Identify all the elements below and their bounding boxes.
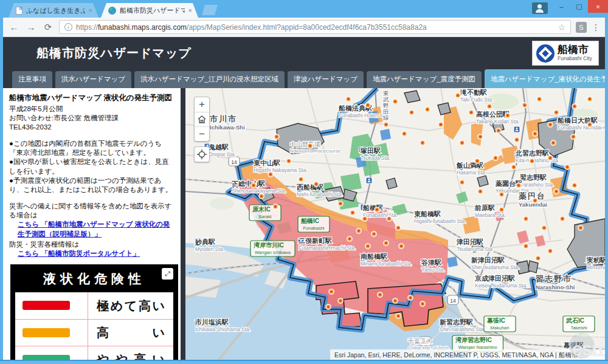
shelter-marker[interactable]	[438, 122, 443, 127]
shelter-marker[interactable]	[460, 140, 465, 145]
shelter-marker[interactable]	[409, 110, 414, 115]
home-button[interactable]	[195, 112, 209, 126]
shelter-marker[interactable]	[455, 93, 460, 98]
shelter-marker[interactable]	[387, 216, 392, 221]
menu-icon[interactable]: ⋮	[592, 22, 600, 32]
shelter-marker[interactable]	[516, 183, 521, 188]
shelter-marker[interactable]	[314, 182, 319, 187]
shelter-marker[interactable]	[396, 314, 401, 318]
shelter-marker[interactable]	[560, 216, 565, 221]
shelter-marker[interactable]	[587, 97, 592, 101]
browser-tab-2[interactable]: 船橋市防災ハザードマップ ×	[101, 3, 198, 18]
shelter-marker[interactable]	[420, 140, 425, 145]
shelter-marker[interactable]	[587, 122, 592, 127]
shelter-marker[interactable]	[268, 172, 273, 177]
shelter-marker[interactable]	[554, 189, 559, 194]
shelter-marker[interactable]	[514, 137, 519, 142]
shelter-marker[interactable]	[496, 128, 501, 133]
shelter-marker[interactable]	[572, 183, 577, 188]
shelter-marker[interactable]	[511, 165, 516, 170]
shelter-marker[interactable]	[505, 113, 510, 118]
address-bar[interactable]: i https://funabashi.maps.arcgis.com/apps…	[59, 20, 571, 34]
shelter-marker[interactable]	[329, 289, 334, 294]
profile-icon[interactable]	[532, 2, 548, 14]
shelter-marker[interactable]	[299, 177, 303, 182]
tab-close-icon[interactable]: ×	[188, 7, 192, 14]
portal-site-link[interactable]: こちら 「船橋市防災ポータルサイト」	[9, 249, 174, 258]
shelter-marker[interactable]	[384, 241, 389, 246]
minimize-button[interactable]: –	[553, 0, 570, 13]
shelter-marker[interactable]	[548, 156, 553, 160]
shelter-marker[interactable]	[393, 99, 398, 104]
shelter-marker[interactable]	[402, 131, 407, 136]
shelter-marker[interactable]	[499, 192, 504, 197]
shelter-marker[interactable]	[565, 165, 570, 170]
new-tab-button[interactable]	[202, 5, 218, 15]
hazard-tab-3[interactable]: 洪水ハザードマップ_江戸川の浸水想定区域	[134, 71, 285, 88]
shelter-marker[interactable]	[522, 103, 527, 108]
shelter-marker[interactable]	[499, 207, 504, 212]
shelter-marker[interactable]	[408, 295, 413, 300]
browser-tab-1[interactable]: ふなばし生き生きふれあいマ ×	[9, 3, 98, 18]
shelter-marker[interactable]	[308, 143, 313, 148]
shelter-marker[interactable]	[542, 225, 547, 230]
hazard-tab-2[interactable]: 洪水ハザードマップ	[55, 71, 131, 88]
forward-icon[interactable]: →	[25, 21, 37, 33]
shelter-marker[interactable]	[338, 298, 343, 303]
shelter-marker[interactable]	[375, 207, 379, 212]
shelter-marker[interactable]	[551, 140, 556, 145]
shelter-marker[interactable]	[572, 104, 577, 109]
shelter-marker[interactable]	[378, 292, 382, 297]
legend-expand-icon[interactable]: ⤢	[162, 268, 173, 280]
shelter-marker[interactable]	[259, 194, 264, 199]
shelter-marker[interactable]	[533, 131, 537, 136]
shelter-marker[interactable]	[537, 97, 542, 101]
hazard-tab-5[interactable]: 地震ハザードマップ_震度予測図	[367, 71, 482, 88]
shelter-marker[interactable]	[523, 216, 528, 221]
shelter-marker[interactable]	[356, 228, 361, 233]
shelter-marker[interactable]	[396, 225, 401, 230]
shelter-marker[interactable]	[274, 134, 279, 139]
shelter-marker[interactable]	[326, 304, 331, 309]
shelter-marker[interactable]	[347, 236, 352, 241]
zoom-out-button[interactable]: −	[195, 126, 209, 141]
supplement-map-link[interactable]: こちら 「船橋市地震ハザードマップ 液状化の発生予測図（説明補足版）」	[9, 220, 174, 238]
shelter-marker[interactable]	[399, 244, 404, 249]
shelter-marker[interactable]	[365, 103, 370, 108]
maximize-button[interactable]: ▢	[570, 0, 588, 13]
shelter-marker[interactable]	[365, 244, 370, 249]
shelter-marker[interactable]	[393, 298, 398, 303]
reload-icon[interactable]: ⟳	[42, 21, 54, 33]
hazard-tab-1[interactable]: 注意事項	[12, 71, 52, 88]
shelter-marker[interactable]	[371, 232, 376, 236]
map-canvas[interactable]: 141414市川市Ichikawa-Shi鬼越駅Onigoe Sta.船橋法典駅…	[185, 88, 605, 360]
shelter-marker[interactable]	[273, 204, 278, 209]
shelter-marker[interactable]	[548, 249, 553, 253]
shelter-marker[interactable]	[251, 183, 256, 188]
shelter-marker[interactable]	[286, 159, 291, 163]
shelter-marker[interactable]	[346, 97, 351, 101]
zoom-in-button[interactable]: +	[195, 97, 209, 112]
shelter-marker[interactable]	[536, 256, 541, 261]
shelter-marker[interactable]	[578, 225, 583, 230]
shelter-marker[interactable]	[487, 104, 492, 109]
shelter-marker[interactable]	[469, 110, 474, 115]
shelter-marker[interactable]	[523, 244, 528, 249]
tab-close-icon[interactable]: ×	[89, 7, 92, 14]
close-button[interactable]: ×	[588, 0, 608, 13]
hazard-tab-6[interactable]: 地震ハザードマップ_液状化の発生予測図	[485, 69, 608, 88]
hazard-tab-4[interactable]: 津波ハザードマップ	[288, 71, 364, 88]
extension-icon[interactable]: S	[576, 22, 587, 33]
shelter-marker[interactable]	[571, 134, 576, 139]
shelter-marker[interactable]	[350, 210, 355, 215]
shelter-marker[interactable]	[420, 301, 425, 306]
shelter-marker[interactable]	[384, 122, 389, 127]
shelter-marker[interactable]	[460, 180, 465, 185]
shelter-marker[interactable]	[338, 201, 343, 206]
shelter-marker[interactable]	[475, 159, 480, 163]
map-svg[interactable]: 141414市川市Ichikawa-Shi鬼越駅Onigoe Sta.船橋法典駅…	[185, 88, 605, 360]
shelter-marker[interactable]	[554, 110, 559, 115]
shelter-marker[interactable]	[425, 107, 430, 112]
shelter-marker[interactable]	[478, 189, 483, 194]
shelter-marker[interactable]	[362, 216, 367, 221]
